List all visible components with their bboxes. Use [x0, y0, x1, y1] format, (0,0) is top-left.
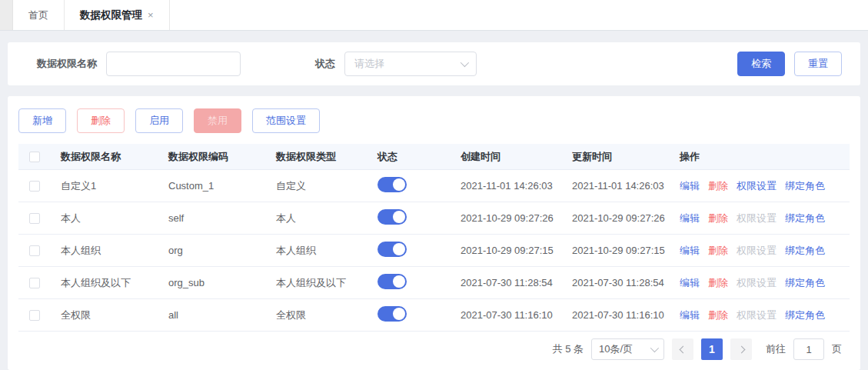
- cell-code: org: [158, 245, 265, 256]
- cell-updated: 2021-07-30 11:28:54: [561, 277, 669, 288]
- row-checkbox[interactable]: [29, 245, 40, 256]
- table-row: 本人组织 org 本人组织 2021-10-29 09:27:15 2021-1…: [18, 235, 850, 267]
- switch-knob: [393, 211, 405, 223]
- table-row: 本人 self 本人 2021-10-29 09:27:26 2021-10-2…: [18, 202, 850, 235]
- cell-code: Custom_1: [158, 180, 265, 192]
- tab-data-permission-label: 数据权限管理: [80, 8, 142, 22]
- cell-created: 2021-10-29 09:27:26: [450, 212, 561, 224]
- chevron-down-icon: [461, 58, 469, 67]
- row-checkbox[interactable]: [29, 278, 40, 288]
- permission-settings-link[interactable]: 权限设置: [737, 308, 777, 322]
- search-button[interactable]: 检索: [737, 52, 785, 76]
- edit-link[interactable]: 编辑: [680, 179, 700, 193]
- permission-settings-link[interactable]: 权限设置: [737, 244, 777, 258]
- tab-data-permission[interactable]: 数据权限管理 ×: [65, 0, 170, 30]
- row-checkbox[interactable]: [29, 213, 40, 224]
- switch-knob: [393, 243, 405, 255]
- total-count-label: 共 5 条: [553, 342, 584, 356]
- delete-button[interactable]: 删除: [77, 108, 125, 133]
- permission-settings-link[interactable]: 权限设置: [737, 179, 777, 193]
- row-checkbox[interactable]: [29, 310, 40, 321]
- cell-created: 2021-11-01 14:26:03: [450, 180, 561, 192]
- bind-role-link[interactable]: 绑定角色: [785, 308, 825, 322]
- add-button[interactable]: 新增: [18, 108, 66, 133]
- cell-name: 本人组织: [50, 244, 158, 258]
- search-panel: 数据权限名称 状态 请选择 检索 重置: [8, 42, 860, 85]
- toolbar: 新增 删除 启用 禁用 范围设置: [8, 96, 860, 144]
- cell-created: 2021-07-30 11:28:54: [450, 277, 561, 288]
- disable-button: 禁用: [194, 108, 241, 133]
- select-placeholder: 请选择: [354, 57, 384, 71]
- cell-created: 2021-10-29 09:27:15: [450, 245, 561, 256]
- delete-link[interactable]: 删除: [708, 244, 728, 258]
- status-toggle[interactable]: [377, 274, 407, 289]
- delete-link[interactable]: 删除: [708, 276, 728, 290]
- table-header-row: 数据权限名称 数据权限编码 数据权限类型 状态 创建时间 更新时间 操作: [18, 144, 850, 170]
- cell-code: self: [158, 212, 265, 224]
- cell-updated: 2021-11-01 14:26:03: [561, 180, 669, 192]
- name-filter-input[interactable]: [106, 52, 241, 76]
- delete-link[interactable]: 删除: [708, 212, 728, 225]
- prev-page-button[interactable]: [672, 338, 693, 360]
- bind-role-link[interactable]: 绑定角色: [785, 212, 825, 225]
- edit-link[interactable]: 编辑: [680, 244, 700, 258]
- enable-button[interactable]: 启用: [135, 108, 183, 133]
- cell-type: 自定义: [265, 179, 367, 193]
- bind-role-link[interactable]: 绑定角色: [785, 244, 825, 258]
- goto-page-input[interactable]: [793, 338, 824, 360]
- pagination: 共 5 条 10条/页 1 前往 页: [8, 332, 860, 360]
- data-permission-table: 数据权限名称 数据权限编码 数据权限类型 状态 创建时间 更新时间 操作 自定义…: [18, 144, 850, 332]
- tab-home[interactable]: 首页: [13, 0, 65, 30]
- tab-home-label: 首页: [28, 8, 48, 22]
- cell-updated: 2021-10-29 09:27:15: [561, 245, 669, 256]
- switch-knob: [393, 308, 405, 320]
- scope-settings-button[interactable]: 范围设置: [252, 108, 320, 133]
- header-code: 数据权限编码: [158, 150, 265, 164]
- chevron-down-icon: [650, 344, 659, 352]
- header-op: 操作: [669, 150, 850, 164]
- page-suffix-label: 页: [832, 342, 842, 356]
- row-checkbox[interactable]: [29, 181, 40, 192]
- status-filter-select[interactable]: 请选择: [344, 52, 477, 76]
- cell-created: 2021-07-30 11:16:10: [450, 309, 561, 321]
- cell-type: 全权限: [265, 308, 367, 322]
- table-row: 本人组织及以下 org_sub 本人组织及以下 2021-07-30 11:28…: [18, 267, 850, 299]
- sidebar-stub: [0, 0, 13, 30]
- status-toggle[interactable]: [377, 242, 407, 257]
- header-type: 数据权限类型: [265, 150, 367, 164]
- table-row: 全权限 all 全权限 2021-07-30 11:16:10 2021-07-…: [18, 299, 850, 332]
- status-filter-label: 状态: [315, 57, 335, 71]
- cell-type: 本人组织及以下: [265, 276, 367, 290]
- cell-code: org_sub: [158, 277, 265, 288]
- cell-updated: 2021-10-29 09:27:26: [561, 212, 669, 224]
- bind-role-link[interactable]: 绑定角色: [785, 179, 825, 193]
- edit-link[interactable]: 编辑: [680, 212, 700, 225]
- status-toggle[interactable]: [377, 306, 407, 322]
- next-page-button[interactable]: [730, 338, 752, 360]
- page-size-value: 10条/页: [599, 342, 633, 356]
- cell-name: 自定义1: [50, 179, 158, 193]
- switch-knob: [393, 275, 405, 288]
- permission-settings-link[interactable]: 权限设置: [737, 276, 777, 290]
- cell-name: 本人: [50, 212, 158, 225]
- bind-role-link[interactable]: 绑定角色: [785, 276, 825, 290]
- permission-settings-link[interactable]: 权限设置: [737, 212, 777, 225]
- header-name: 数据权限名称: [50, 150, 158, 164]
- cell-code: all: [158, 309, 265, 321]
- header-status: 状态: [367, 150, 450, 164]
- page-number-button[interactable]: 1: [701, 338, 723, 360]
- edit-link[interactable]: 编辑: [680, 308, 700, 322]
- page-size-select[interactable]: 10条/页: [591, 338, 664, 360]
- chevron-left-icon: [679, 345, 687, 353]
- reset-button[interactable]: 重置: [794, 52, 842, 76]
- delete-link[interactable]: 删除: [708, 179, 728, 193]
- cell-type: 本人组织: [265, 244, 367, 258]
- cell-name: 全权限: [50, 308, 158, 322]
- status-toggle[interactable]: [377, 177, 407, 192]
- close-icon[interactable]: ×: [148, 9, 154, 21]
- select-all-checkbox[interactable]: [29, 152, 40, 162]
- delete-link[interactable]: 删除: [708, 308, 728, 322]
- chevron-right-icon: [737, 345, 745, 353]
- status-toggle[interactable]: [377, 209, 407, 225]
- edit-link[interactable]: 编辑: [680, 276, 700, 290]
